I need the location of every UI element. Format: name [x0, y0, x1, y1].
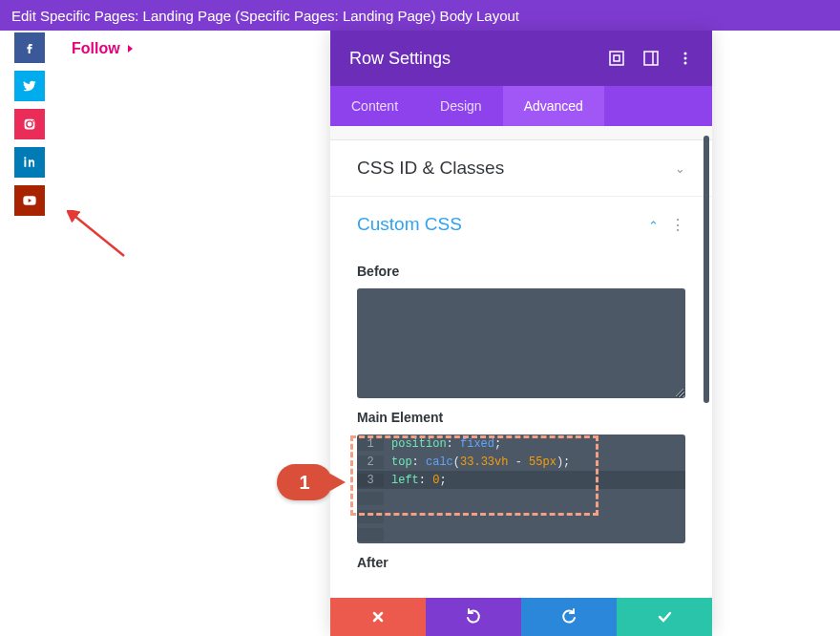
undo-button[interactable]	[426, 598, 521, 636]
section-title: Custom CSS	[357, 214, 462, 235]
row-settings-panel: Row Settings Content Design Advanced CSS…	[330, 31, 712, 636]
panel-title: Row Settings	[349, 49, 451, 69]
before-label: Before	[357, 252, 685, 288]
facebook-button[interactable]	[14, 32, 45, 63]
follow-label-row: Follow	[72, 40, 133, 57]
section-more-icon[interactable]: ⋮	[670, 217, 685, 233]
section-title: CSS ID & Classes	[357, 158, 504, 179]
social-buttons-column	[14, 32, 45, 216]
annotation-number-bubble: 1	[277, 464, 332, 500]
svg-line-0	[74, 216, 124, 256]
main-element-label: Main Element	[357, 398, 685, 435]
cancel-button[interactable]	[330, 598, 426, 636]
main-element-css-editor[interactable]: 1position: fixed; 2top: calc(33.33vh - 5…	[357, 435, 685, 543]
chevron-down-icon: ⌄	[675, 161, 685, 176]
expand-icon[interactable]	[609, 51, 624, 66]
tab-design[interactable]: Design	[419, 86, 503, 126]
svg-rect-1	[610, 52, 623, 65]
svg-point-6	[684, 62, 687, 65]
svg-line-8	[680, 392, 683, 396]
instagram-button[interactable]	[14, 109, 45, 139]
svg-point-5	[684, 57, 687, 60]
svg-rect-2	[644, 52, 658, 65]
after-label: After	[357, 543, 685, 580]
save-button[interactable]	[617, 598, 712, 636]
caret-right-icon	[128, 45, 133, 53]
panel-tabs: Content Design Advanced	[330, 86, 712, 126]
resize-handle-icon[interactable]	[674, 387, 683, 396]
chevron-up-icon: ⌃	[648, 219, 659, 233]
tab-content[interactable]: Content	[330, 86, 419, 126]
svg-line-7	[676, 389, 683, 396]
section-custom-css[interactable]: Custom CSS ⌃ ⋮	[357, 197, 685, 252]
twitter-button[interactable]	[14, 71, 45, 101]
follow-text: Follow	[72, 40, 120, 57]
annotation-arrow-icon	[67, 210, 134, 263]
linkedin-button[interactable]	[14, 147, 45, 178]
before-css-editor[interactable]	[357, 288, 685, 398]
panel-header: Row Settings	[330, 31, 712, 86]
redo-button[interactable]	[521, 598, 617, 636]
scrollbar[interactable]	[704, 136, 709, 403]
panel-footer	[330, 598, 712, 636]
youtube-button[interactable]	[14, 185, 45, 216]
breadcrumb: Edit Specific Pages: Landing Page (Speci…	[11, 8, 519, 24]
snap-icon[interactable]	[643, 51, 659, 66]
svg-point-4	[684, 53, 687, 55]
more-icon[interactable]	[678, 51, 693, 66]
panel-body: CSS ID & Classes ⌄ Custom CSS ⌃ ⋮ Before…	[330, 126, 712, 598]
tab-advanced[interactable]: Advanced	[503, 86, 604, 126]
panel-header-actions	[609, 51, 693, 66]
editor-top-bar: Edit Specific Pages: Landing Page (Speci…	[0, 0, 840, 31]
section-css-id-classes[interactable]: CSS ID & Classes ⌄	[357, 140, 685, 196]
